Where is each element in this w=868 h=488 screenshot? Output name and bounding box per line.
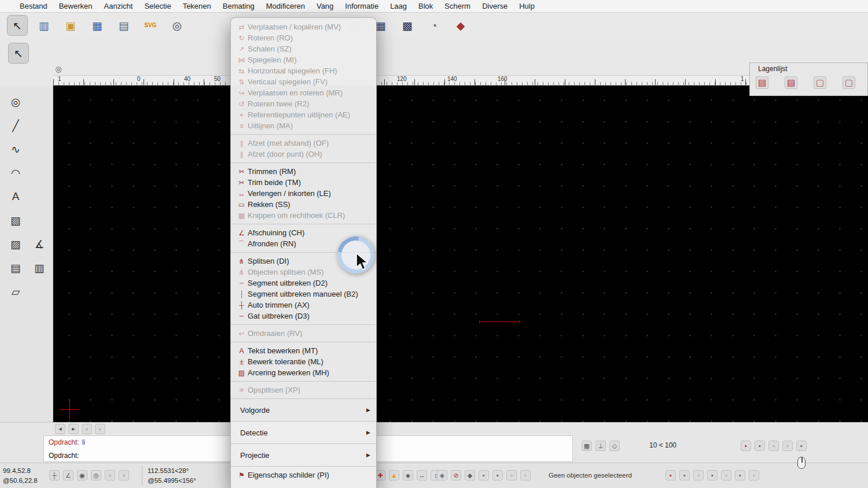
menu-item-horizontaal-spiegelen-fh[interactable]: ⇆Horizontaal spiegelen (FH) [231,65,376,76]
misc-widget-5-button[interactable]: ▫ [721,470,731,480]
snap-entity-end-button[interactable]: ◆ [465,470,475,480]
menu-item-omdraaien-rv[interactable]: ↩Omdraaien (RV) [231,328,376,339]
snap-widget-3-button[interactable]: ▫ [506,470,517,480]
menu-item-afschuining-ch[interactable]: ∠Afschuining (CH) [231,227,376,238]
zoom-page-button[interactable]: ◎ [167,15,187,36]
pattern-tool-button[interactable]: ▥ [29,257,50,278]
menu-item-roteren-twee-r2[interactable]: ↺Roteren twee (R2) [231,98,376,109]
print-button[interactable]: ▤ [113,15,134,36]
coord-polar-button[interactable]: ∠ [63,470,73,480]
snap-reference-button[interactable]: ▲ [389,470,399,480]
view-widget-4-button[interactable]: ▫ [782,441,793,451]
layer-edit-button[interactable]: ▢ [814,76,826,89]
menu-item-gat-uitbreken-d3[interactable]: ╌Gat uitbreken (D3) [231,310,376,321]
line-tool-button[interactable]: ╱ [5,115,26,136]
svg-export-button[interactable]: SVG [140,15,161,36]
isometric-toggle-button[interactable]: ◇ [609,441,620,451]
menu-item-verplaatsen-kopi-ren-mv[interactable]: ⇄Verplaatsen / kopiëren (MV) [231,21,376,32]
save-file-button[interactable]: ▦ [87,15,108,36]
strip-back-button[interactable]: ◂ [55,424,65,434]
menu-item-afronden-rn[interactable]: ⌒Afronden (RN) [231,238,376,249]
menu-item-arcering-bewerken-mh[interactable]: ▨Arcering bewerken (MH) [231,367,376,378]
snap-exclude-button[interactable]: ⊘ [451,470,461,480]
menu-item-afzet-door-punt-oh[interactable]: ∥Afzet (door punt) (OH) [231,149,376,160]
menu-item-trim-beide-tm[interactable]: ✂Trim beide (TM) [231,177,376,188]
snap-widget-2-button[interactable]: ▪ [492,470,503,480]
snap-auto-button[interactable]: ◈ [437,470,447,480]
menubar-item-tekenen[interactable]: Tekenen [177,0,217,13]
misc-widget-1-button[interactable]: ▪ [665,470,676,480]
protractor-button[interactable]: ◔ [424,15,444,36]
open-file-button[interactable]: ▣ [60,15,81,36]
menubar-item-aanzicht[interactable]: Aanzicht [98,0,139,13]
menu-item-rekken-ss[interactable]: ▭Rekken (SS) [231,199,376,210]
dark-panel-button[interactable]: ▩ [397,15,418,36]
coord-relative-button[interactable]: ◎ [91,470,101,480]
menu-item-afzet-met-afstand-of[interactable]: ∥Afzet (met afstand) (OF) [231,138,376,149]
solid-tool-button[interactable]: ▱ [5,281,26,302]
layer-add-button[interactable]: ▤ [756,76,768,89]
menu-item-knippen-om-rechthoek-clr[interactable]: ▦Knippen om rechthoek (CLR) [231,210,376,221]
menu-item-auto-trimmen-ax[interactable]: ┼Auto trimmen (AX) [231,300,376,310]
menubar-item-blok[interactable]: Blok [413,0,439,13]
menu-item-opsplitsen-xp[interactable]: ✳Opsplitsen (XP) [231,385,376,395]
zoom-small-button[interactable]: ◎ [52,62,65,75]
pointer-tool-button[interactable]: ↖ [7,15,28,36]
menu-item-volgorde[interactable]: Volgorde▶ [231,402,376,418]
menubar-item-scherm[interactable]: Scherm [439,0,476,13]
restrict-horizontal-button[interactable]: ↔ [417,470,427,480]
menu-item-segment-uitbreken-manueel-b2[interactable]: ┆Segment uitbreken manueel (B2) [231,289,376,300]
menu-item-eigenschap-schilder-pi[interactable]: ⚑Eigenschap schilder (PI) [231,469,376,480]
menu-item-verticaal-spiegelen-fv[interactable]: ⇅Verticaal spiegelen (FV) [231,76,376,87]
misc-widget-2-button[interactable]: ▪ [679,470,690,480]
misc-widget-4-button[interactable]: ▪ [707,470,718,480]
menubar-item-laag[interactable]: Laag [384,0,413,13]
misc-widget-7-button[interactable]: ▫ [749,470,759,480]
menu-item-projectie[interactable]: Projectie▶ [231,447,376,463]
strip-widget-1-button[interactable]: ▫ [82,424,92,434]
menu-item-detectie[interactable]: Detectie▶ [231,424,376,441]
coord-widget-2-button[interactable]: ▫ [119,470,129,480]
snap-widget-4-button[interactable]: ▫ [520,470,531,480]
layer-toggle-button[interactable]: ▢ [843,76,855,89]
image-tool-button[interactable]: ▧ [5,210,26,231]
drawing-canvas[interactable] [53,86,868,422]
library-browser-button[interactable]: ◆ [450,15,471,36]
menubar-item-vang[interactable]: Vang [311,0,339,13]
menu-item-tekst-bewerken-mt[interactable]: ATekst bewerken (MT) [231,345,376,356]
coord-cartesian-button[interactable]: ┼ [49,470,60,480]
view-widget-3-button[interactable]: ▫ [768,441,779,451]
snap-widget-1-button[interactable]: ▪ [479,470,489,480]
arc-tool-button[interactable]: ◠ [5,162,26,183]
coord-absolute-button[interactable]: ◉ [77,470,87,480]
menu-item-trimmen-rm[interactable]: ✂Trimmen (RM) [231,166,376,177]
menu-item-segment-uitbreken-d2[interactable]: ┄Segment uitbreken (D2) [231,278,376,289]
menu-item-referentiepunten-uitlijnen-ae[interactable]: ⌖Referentiepunten uitlijnen (AE) [231,109,376,120]
gradient-tool-button[interactable]: ▤ [5,257,26,278]
menubar-item-bestand[interactable]: Bestand [14,0,53,13]
menu-item-schalen-sz[interactable]: ↗Schalen (SZ) [231,43,376,54]
widgets-panel-button[interactable]: ▥ [34,15,54,36]
misc-widget-3-button[interactable]: ▫ [693,470,704,480]
menubar-item-bewerken[interactable]: Bewerken [53,0,98,13]
drawn-line-entity[interactable] [479,321,520,322]
polyline-tool-button[interactable]: ∿ [5,139,26,160]
misc-widget-6-button[interactable]: ▪ [735,470,745,480]
ortho-toggle-button[interactable]: ⊥ [595,441,606,451]
menubar-item-informatie[interactable]: Informatie [339,0,384,13]
menu-item-verlengen-inkorten-le[interactable]: ↔Verlengen / inkorten (LE) [231,188,376,199]
measure-tool-button[interactable]: ∡ [29,234,50,254]
layer-remove-button[interactable]: ▤ [785,76,797,89]
menubar-item-selectie[interactable]: Selectie [138,0,176,13]
menu-item-spiegelen-mi[interactable]: ⋈Spiegelen (MI) [231,54,376,65]
selection-pointer-button[interactable]: ↖ [8,43,29,64]
text-tool-button[interactable]: A [5,186,26,207]
strip-forward-button[interactable]: ▸ [68,424,79,434]
menubar-item-bemating[interactable]: Bemating [217,0,260,13]
menu-item-verplaatsen-en-roteren-mr[interactable]: ↪Verplaatsen en roteren (MR) [231,87,376,98]
snap-free-button[interactable]: ◈ [403,470,413,480]
menu-item-splitsen-di[interactable]: ⋔Splitsen (DI) [231,256,376,267]
menubar-item-diverse[interactable]: Diverse [476,0,513,13]
menu-item-objecten-splitsen-ms[interactable]: ⋔Objecten splitsen (MS) [231,267,376,278]
menubar-item-hulp[interactable]: Hulp [513,0,540,13]
